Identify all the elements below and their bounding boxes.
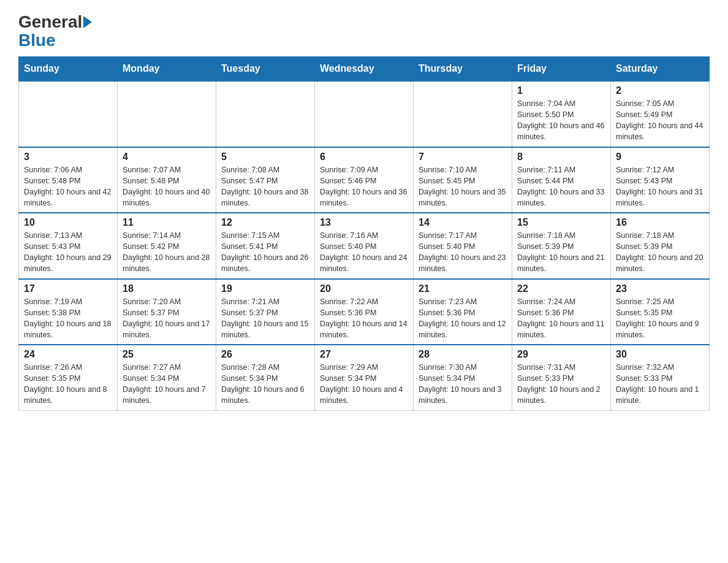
day-info: Sunrise: 7:15 AMSunset: 5:41 PMDaylight:… bbox=[221, 230, 309, 275]
day-info: Sunrise: 7:26 AMSunset: 5:35 PMDaylight:… bbox=[24, 362, 112, 407]
day-number: 23 bbox=[616, 283, 704, 294]
calendar-cell: 1Sunrise: 7:04 AMSunset: 5:50 PMDaylight… bbox=[512, 81, 611, 147]
calendar-week-row: 1Sunrise: 7:04 AMSunset: 5:50 PMDaylight… bbox=[19, 81, 710, 147]
calendar-cell: 8Sunrise: 7:11 AMSunset: 5:44 PMDaylight… bbox=[512, 147, 611, 213]
day-info: Sunrise: 7:11 AMSunset: 5:44 PMDaylight:… bbox=[517, 164, 605, 209]
day-number: 20 bbox=[320, 283, 408, 294]
day-info: Sunrise: 7:14 AMSunset: 5:42 PMDaylight:… bbox=[123, 230, 211, 275]
day-info: Sunrise: 7:04 AMSunset: 5:50 PMDaylight:… bbox=[517, 98, 605, 143]
calendar-cell: 4Sunrise: 7:07 AMSunset: 5:48 PMDaylight… bbox=[118, 147, 216, 213]
logo-blue-part bbox=[82, 16, 92, 28]
day-number: 15 bbox=[517, 217, 605, 228]
calendar-cell: 19Sunrise: 7:21 AMSunset: 5:37 PMDayligh… bbox=[216, 279, 315, 345]
calendar-cell bbox=[414, 81, 512, 147]
day-number: 9 bbox=[616, 151, 704, 163]
day-number: 17 bbox=[24, 283, 112, 294]
day-number: 29 bbox=[517, 349, 605, 360]
calendar-cell: 17Sunrise: 7:19 AMSunset: 5:38 PMDayligh… bbox=[19, 279, 118, 345]
logo-general-text: General bbox=[18, 12, 82, 32]
weekday-header-sunday: Sunday bbox=[19, 57, 118, 82]
day-number: 8 bbox=[517, 151, 605, 163]
calendar-cell: 11Sunrise: 7:14 AMSunset: 5:42 PMDayligh… bbox=[118, 213, 216, 279]
weekday-header-wednesday: Wednesday bbox=[315, 57, 414, 82]
day-info: Sunrise: 7:09 AMSunset: 5:46 PMDaylight:… bbox=[320, 164, 408, 209]
day-info: Sunrise: 7:32 AMSunset: 5:33 PMDaylight:… bbox=[616, 362, 704, 407]
calendar-cell: 28Sunrise: 7:30 AMSunset: 5:34 PMDayligh… bbox=[414, 345, 512, 410]
calendar-cell: 18Sunrise: 7:20 AMSunset: 5:37 PMDayligh… bbox=[118, 279, 216, 345]
day-info: Sunrise: 7:21 AMSunset: 5:37 PMDaylight:… bbox=[221, 296, 309, 341]
day-info: Sunrise: 7:05 AMSunset: 5:49 PMDaylight:… bbox=[616, 98, 704, 143]
weekday-header-monday: Monday bbox=[118, 57, 216, 82]
day-info: Sunrise: 7:10 AMSunset: 5:45 PMDaylight:… bbox=[419, 164, 507, 209]
day-info: Sunrise: 7:06 AMSunset: 5:48 PMDaylight:… bbox=[24, 164, 112, 209]
calendar-cell: 14Sunrise: 7:17 AMSunset: 5:40 PMDayligh… bbox=[414, 213, 512, 279]
day-info: Sunrise: 7:13 AMSunset: 5:43 PMDaylight:… bbox=[24, 230, 112, 275]
weekday-header-thursday: Thursday bbox=[414, 57, 512, 82]
calendar-week-row: 17Sunrise: 7:19 AMSunset: 5:38 PMDayligh… bbox=[19, 279, 710, 345]
day-info: Sunrise: 7:24 AMSunset: 5:36 PMDaylight:… bbox=[517, 296, 605, 341]
day-info: Sunrise: 7:08 AMSunset: 5:47 PMDaylight:… bbox=[221, 164, 309, 209]
day-number: 1 bbox=[517, 85, 605, 96]
calendar-cell: 24Sunrise: 7:26 AMSunset: 5:35 PMDayligh… bbox=[19, 345, 118, 410]
calendar-cell bbox=[19, 81, 118, 147]
calendar-cell: 6Sunrise: 7:09 AMSunset: 5:46 PMDaylight… bbox=[315, 147, 414, 213]
day-number: 27 bbox=[320, 349, 408, 360]
day-info: Sunrise: 7:18 AMSunset: 5:39 PMDaylight:… bbox=[517, 230, 605, 275]
calendar-cell: 12Sunrise: 7:15 AMSunset: 5:41 PMDayligh… bbox=[216, 213, 315, 279]
calendar-week-row: 3Sunrise: 7:06 AMSunset: 5:48 PMDaylight… bbox=[19, 147, 710, 213]
day-info: Sunrise: 7:20 AMSunset: 5:37 PMDaylight:… bbox=[123, 296, 211, 341]
day-number: 6 bbox=[320, 151, 408, 163]
weekday-header-friday: Friday bbox=[512, 57, 611, 82]
day-info: Sunrise: 7:07 AMSunset: 5:48 PMDaylight:… bbox=[123, 164, 211, 209]
day-number: 2 bbox=[616, 85, 704, 96]
day-info: Sunrise: 7:31 AMSunset: 5:33 PMDaylight:… bbox=[517, 362, 605, 407]
weekday-header-row: SundayMondayTuesdayWednesdayThursdayFrid… bbox=[19, 57, 710, 82]
day-info: Sunrise: 7:16 AMSunset: 5:40 PMDaylight:… bbox=[320, 230, 408, 275]
day-number: 24 bbox=[24, 349, 112, 360]
day-number: 7 bbox=[419, 151, 507, 163]
logo-blue-text: Blue bbox=[18, 31, 56, 50]
day-info: Sunrise: 7:28 AMSunset: 5:34 PMDaylight:… bbox=[221, 362, 309, 407]
calendar-cell: 22Sunrise: 7:24 AMSunset: 5:36 PMDayligh… bbox=[512, 279, 611, 345]
calendar-cell: 26Sunrise: 7:28 AMSunset: 5:34 PMDayligh… bbox=[216, 345, 315, 410]
calendar-week-row: 24Sunrise: 7:26 AMSunset: 5:35 PMDayligh… bbox=[19, 345, 710, 410]
day-number: 11 bbox=[123, 217, 211, 228]
calendar-cell: 2Sunrise: 7:05 AMSunset: 5:49 PMDaylight… bbox=[611, 81, 710, 147]
day-number: 30 bbox=[616, 349, 704, 360]
day-number: 3 bbox=[24, 151, 112, 163]
day-number: 12 bbox=[221, 217, 309, 228]
weekday-header-tuesday: Tuesday bbox=[216, 57, 315, 82]
day-number: 21 bbox=[419, 283, 507, 294]
day-number: 18 bbox=[123, 283, 211, 294]
day-number: 19 bbox=[221, 283, 309, 294]
calendar-cell: 9Sunrise: 7:12 AMSunset: 5:43 PMDaylight… bbox=[611, 147, 710, 213]
day-number: 26 bbox=[221, 349, 309, 360]
calendar-cell bbox=[216, 81, 315, 147]
day-info: Sunrise: 7:17 AMSunset: 5:40 PMDaylight:… bbox=[419, 230, 507, 275]
calendar-cell: 3Sunrise: 7:06 AMSunset: 5:48 PMDaylight… bbox=[19, 147, 118, 213]
calendar-cell: 23Sunrise: 7:25 AMSunset: 5:35 PMDayligh… bbox=[611, 279, 710, 345]
calendar-cell: 16Sunrise: 7:18 AMSunset: 5:39 PMDayligh… bbox=[611, 213, 710, 279]
day-info: Sunrise: 7:25 AMSunset: 5:35 PMDaylight:… bbox=[616, 296, 704, 341]
calendar-cell: 5Sunrise: 7:08 AMSunset: 5:47 PMDaylight… bbox=[216, 147, 315, 213]
calendar-cell: 30Sunrise: 7:32 AMSunset: 5:33 PMDayligh… bbox=[611, 345, 710, 410]
weekday-header-saturday: Saturday bbox=[611, 57, 710, 82]
calendar-cell: 20Sunrise: 7:22 AMSunset: 5:36 PMDayligh… bbox=[315, 279, 414, 345]
calendar-cell: 10Sunrise: 7:13 AMSunset: 5:43 PMDayligh… bbox=[19, 213, 118, 279]
day-info: Sunrise: 7:19 AMSunset: 5:38 PMDaylight:… bbox=[24, 296, 112, 341]
calendar-cell: 13Sunrise: 7:16 AMSunset: 5:40 PMDayligh… bbox=[315, 213, 414, 279]
day-info: Sunrise: 7:29 AMSunset: 5:34 PMDaylight:… bbox=[320, 362, 408, 407]
calendar-cell: 21Sunrise: 7:23 AMSunset: 5:36 PMDayligh… bbox=[414, 279, 512, 345]
logo-arrow-icon bbox=[83, 16, 92, 28]
calendar-cell: 27Sunrise: 7:29 AMSunset: 5:34 PMDayligh… bbox=[315, 345, 414, 410]
page-header: General Blue bbox=[18, 12, 710, 50]
day-number: 25 bbox=[123, 349, 211, 360]
calendar-cell: 29Sunrise: 7:31 AMSunset: 5:33 PMDayligh… bbox=[512, 345, 611, 410]
day-number: 10 bbox=[24, 217, 112, 228]
day-info: Sunrise: 7:12 AMSunset: 5:43 PMDaylight:… bbox=[616, 164, 704, 209]
day-info: Sunrise: 7:23 AMSunset: 5:36 PMDaylight:… bbox=[419, 296, 507, 341]
day-info: Sunrise: 7:30 AMSunset: 5:34 PMDaylight:… bbox=[419, 362, 507, 407]
day-number: 14 bbox=[419, 217, 507, 228]
day-info: Sunrise: 7:27 AMSunset: 5:34 PMDaylight:… bbox=[123, 362, 211, 407]
day-number: 16 bbox=[616, 217, 704, 228]
